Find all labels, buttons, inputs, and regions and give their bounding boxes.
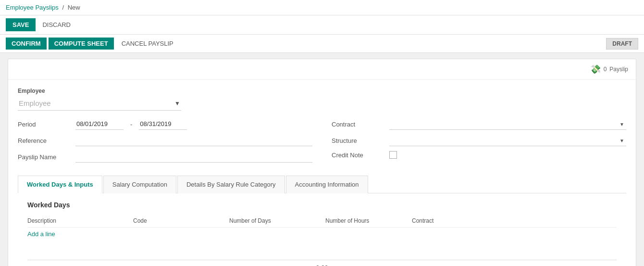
col-code: Code (133, 217, 229, 224)
period-start-input[interactable] (75, 118, 124, 130)
breadcrumb-current: New (68, 4, 80, 11)
payslip-name-row: Payslip Name (18, 151, 312, 163)
contract-row: Contract ▼ (332, 118, 626, 130)
footer-total: 0.00 (316, 264, 328, 266)
breadcrumb: Employee Payslips / New (6, 4, 80, 11)
employee-dropdown[interactable]: Employee ▼ (18, 96, 181, 111)
employee-section: Employee Employee ▼ (18, 88, 626, 111)
secondary-bar: CONFIRM COMPUTE SHEET CANCEL PAYSLIP DRA… (0, 35, 644, 53)
payslip-count[interactable]: 💸 0 Payslip (590, 64, 628, 75)
structure-select-wrapper: ▼ (389, 135, 626, 146)
table-footer: 0.00 (27, 260, 617, 266)
reference-label: Reference (18, 137, 71, 144)
payslip-count-area: 💸 0 Payslip (8, 59, 636, 80)
col-description: Description (27, 217, 133, 224)
worked-days-tab-content: Worked Days Description Code Number of D… (18, 193, 626, 266)
period-row: Period - (18, 118, 312, 130)
form-right-col: Contract ▼ Structure (332, 118, 626, 167)
confirm-button[interactable]: CONFIRM (6, 38, 47, 50)
breadcrumb-separator: / (62, 4, 64, 11)
date-separator: - (128, 121, 134, 128)
breadcrumb-bar: Employee Payslips / New (0, 0, 644, 15)
action-bar: SAVE DISCARD (0, 15, 644, 35)
payslip-count-number: 0 (604, 66, 607, 73)
payslip-name-label: Payslip Name (18, 153, 71, 161)
breadcrumb-parent[interactable]: Employee Payslips (6, 4, 59, 11)
content-area: 💸 0 Payslip Employee Employee ▼ (0, 53, 644, 266)
contract-select-wrapper: ▼ (389, 118, 626, 130)
col-num-hours: Number of Hours (325, 217, 412, 224)
form-card: 💸 0 Payslip Employee Employee ▼ (8, 59, 636, 266)
payslip-count-label: Payslip (609, 66, 628, 73)
worked-days-title: Worked Days (27, 201, 617, 209)
draft-badge: DRAFT (606, 38, 638, 50)
compute-sheet-button[interactable]: COMPUTE SHEET (49, 38, 114, 50)
structure-label: Structure (332, 137, 384, 144)
payslip-icon: 💸 (590, 64, 601, 75)
tab-salary-computation[interactable]: Salary Computation (103, 176, 176, 193)
credit-note-label: Credit Note (332, 152, 384, 159)
tab-worked-days[interactable]: Worked Days & Inputs (18, 176, 102, 193)
credit-note-row: Credit Note (332, 151, 626, 159)
form-left-col: Period - Reference Payslip Name (18, 118, 312, 167)
form-grid: Period - Reference Payslip Name (18, 118, 626, 167)
employee-arrow-icon: ▼ (174, 100, 180, 107)
tabs: Worked Days & Inputs Salary Computation … (18, 175, 626, 193)
table-header: Description Code Number of Days Number o… (27, 215, 617, 228)
contract-select[interactable] (389, 118, 626, 130)
employee-label: Employee (18, 88, 626, 94)
structure-row: Structure ▼ (332, 135, 626, 146)
col-num-days: Number of Days (229, 217, 325, 224)
tab-details-salary-rule[interactable]: Details By Salary Rule Category (177, 176, 285, 193)
credit-note-checkbox[interactable] (389, 151, 397, 159)
cancel-payslip-button[interactable]: CANCEL PAYSLIP (116, 38, 179, 50)
discard-button[interactable]: DISCARD (36, 18, 77, 31)
col-contract: Contract (412, 217, 484, 224)
reference-row: Reference (18, 135, 312, 146)
period-label: Period (18, 121, 71, 128)
tab-accounting-info[interactable]: Accounting Information (286, 176, 368, 193)
reference-input[interactable] (75, 135, 312, 146)
period-end-input[interactable] (139, 118, 187, 130)
save-button[interactable]: SAVE (6, 18, 36, 31)
payslip-name-input[interactable] (75, 151, 312, 163)
employee-placeholder: Employee (19, 99, 51, 107)
add-line-button[interactable]: Add a line (27, 228, 617, 241)
contract-label: Contract (332, 121, 384, 128)
form-body: Employee Employee ▼ Period - (8, 80, 636, 266)
structure-select[interactable] (389, 135, 626, 146)
